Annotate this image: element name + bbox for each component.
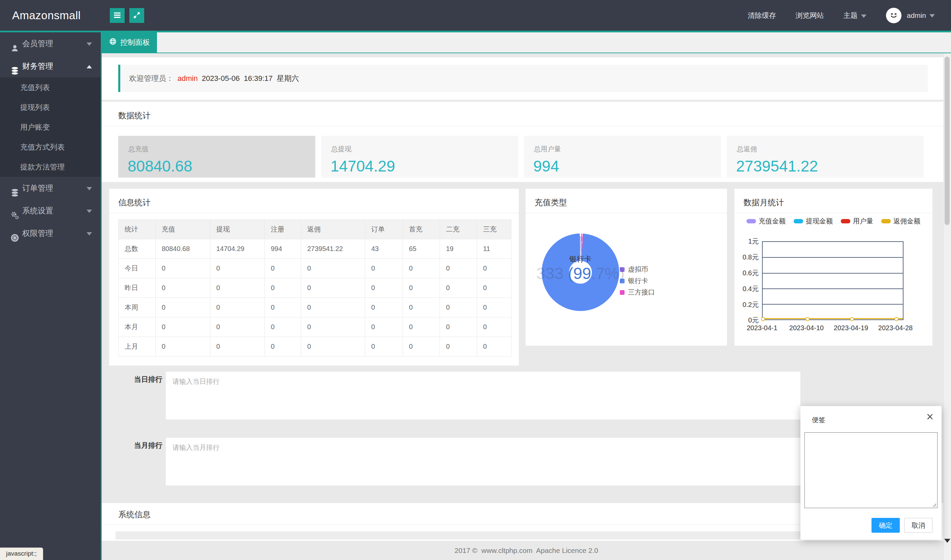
sidebar-item-orders[interactable]: 订单管理	[0, 177, 101, 200]
tab-control-panel[interactable]: 控制面板	[102, 32, 157, 52]
collapse-menu-button[interactable]	[110, 8, 125, 23]
stat-value: 994	[533, 157, 721, 175]
cell: 0	[210, 298, 265, 317]
sidebar-item-label: 会员管理	[22, 39, 53, 48]
sidebar-subitem-recharge-list[interactable]: 充值列表	[0, 77, 101, 97]
cell: 11	[477, 239, 511, 259]
daily-ranking-textarea[interactable]	[165, 371, 801, 420]
chevron-up-icon	[86, 62, 92, 68]
legend-item-rebate-amount[interactable]: 返佣金额	[881, 217, 920, 226]
data-stats-panel: 数据统计 总充值 80840.68 总提现 14704.29 总用户量 994 …	[102, 102, 943, 182]
divider	[526, 213, 727, 213]
stat-card-total-withdraw: 总提现 14704.29	[321, 136, 518, 178]
section-title: 信息统计	[118, 197, 151, 208]
monthly-ranking-textarea[interactable]	[165, 437, 801, 486]
legend-swatch	[620, 290, 625, 295]
wheel-icon	[10, 229, 20, 238]
legend-item-user-count[interactable]: 用户量	[841, 217, 873, 226]
recharge-type-panel: 充值类型 银行卡 333 (99.7%) 虚拟币 银行卡 三方接口	[526, 189, 727, 346]
y-axis-tick: 1元	[728, 237, 759, 245]
legend-item-recharge-amount[interactable]: 充值金额	[746, 217, 786, 226]
row-label: 总数	[118, 239, 155, 259]
cell: 0	[155, 298, 210, 317]
note-textarea[interactable]	[805, 432, 937, 508]
cell: 19	[440, 239, 477, 259]
sidebar-item-label: 财务管理	[22, 62, 53, 71]
cell: 0	[301, 278, 365, 298]
cell: 0	[210, 317, 265, 337]
table-row: 今日 0 0 0 0 0 0 0 0	[118, 259, 511, 278]
stat-value: 80840.68	[128, 157, 315, 175]
cell: 0	[403, 317, 440, 337]
cell: 0	[210, 337, 265, 357]
col-header: 返佣	[301, 220, 365, 239]
app-logo: Amazonsmall	[12, 0, 81, 31]
col-header: 统计	[118, 220, 155, 239]
close-icon[interactable]: ×	[926, 411, 934, 423]
legend-swatch	[881, 219, 891, 223]
note-cancel-button[interactable]: 取消	[904, 518, 933, 533]
legend-label: 充值金额	[759, 217, 786, 226]
data-point-marker	[850, 317, 854, 321]
tab-bar: 控制面板	[102, 32, 951, 53]
stat-card-total-recharge: 总充值 80840.68	[118, 136, 315, 178]
cell: 0	[440, 317, 477, 337]
legend-item-third-party[interactable]: 三方接口	[620, 288, 655, 297]
fullscreen-button[interactable]	[129, 8, 144, 23]
cell: 0	[210, 278, 265, 298]
welcome-prefix: 欢迎管理员：	[129, 74, 174, 83]
topbar-right: 清除缓存 浏览网站 主题 admin	[748, 0, 935, 31]
row-label: 本周	[118, 298, 155, 317]
browse-site-link[interactable]: 浏览网站	[796, 11, 824, 20]
cell: 994	[265, 239, 301, 259]
database-icon	[10, 62, 20, 71]
cell: 0	[477, 317, 511, 337]
sidebar-subitem-withdraw-list[interactable]: 提现列表	[0, 97, 101, 117]
section-title: 系统信息	[118, 509, 151, 520]
legend-label: 三方接口	[628, 288, 655, 297]
legend-swatch	[794, 219, 803, 223]
col-header: 三充	[477, 220, 511, 239]
sidebar-item-members[interactable]: 会员管理	[0, 32, 101, 55]
sidebar-item-finance[interactable]: 财务管理	[0, 55, 101, 77]
tab-label: 控制面板	[120, 37, 150, 48]
scroll-down-arrow-icon[interactable]	[944, 539, 950, 546]
cell: 0	[403, 337, 440, 357]
sidebar: 会员管理 财务管理 充值列表 提现列表 用户账变 充值方式列表 提款方法管理 订…	[0, 32, 102, 560]
divider	[109, 213, 519, 213]
cell: 0	[365, 317, 403, 337]
gridline	[763, 273, 903, 274]
vertical-scrollbar[interactable]	[943, 53, 951, 560]
welcome-username: admin	[177, 74, 198, 83]
theme-dropdown[interactable]: 主题	[843, 11, 866, 20]
sidebar-subitem-recharge-methods[interactable]: 充值方式列表	[0, 137, 101, 157]
divider	[734, 213, 933, 213]
sidebar-subitem-withdraw-methods[interactable]: 提款方法管理	[0, 157, 101, 177]
pie-value-overlay: 333 (99.7%)	[522, 264, 639, 283]
note-confirm-button[interactable]: 确定	[871, 518, 900, 533]
user-menu[interactable]: admin	[886, 8, 935, 23]
stat-value: 14704.29	[331, 157, 518, 175]
welcome-panel: 欢迎管理员：admin2023-05-06 16:39:17 星期六	[102, 57, 943, 100]
cell: 0	[301, 317, 365, 337]
cell: 0	[403, 278, 440, 298]
y-axis-tick: 0.8元	[728, 253, 759, 261]
section-title: 数据统计	[118, 110, 151, 121]
stat-label: 总返佣	[737, 145, 924, 154]
sidebar-subitem-user-balance-changes[interactable]: 用户账变	[0, 117, 101, 137]
clear-cache-link[interactable]: 清除缓存	[748, 11, 776, 20]
stat-label: 总用户量	[534, 145, 721, 154]
legend-item-withdraw-amount[interactable]: 提现金额	[794, 217, 833, 226]
pie-center-label: 银行卡	[542, 254, 619, 264]
daily-ranking-label: 当日排行	[134, 375, 162, 384]
gridline	[763, 257, 903, 258]
sidebar-item-label: 订单管理	[22, 184, 53, 192]
sidebar-item-permissions[interactable]: 权限管理	[0, 222, 101, 245]
cell: 0	[155, 259, 210, 278]
cell: 0	[477, 259, 511, 278]
cell: 0	[301, 337, 365, 357]
pie-chart: 银行卡 333 (99.7%)	[542, 234, 619, 311]
scrollbar-thumb[interactable]	[945, 57, 949, 225]
hamburger-icon	[113, 11, 122, 20]
sidebar-item-system-settings[interactable]: 系统设置	[0, 200, 101, 222]
